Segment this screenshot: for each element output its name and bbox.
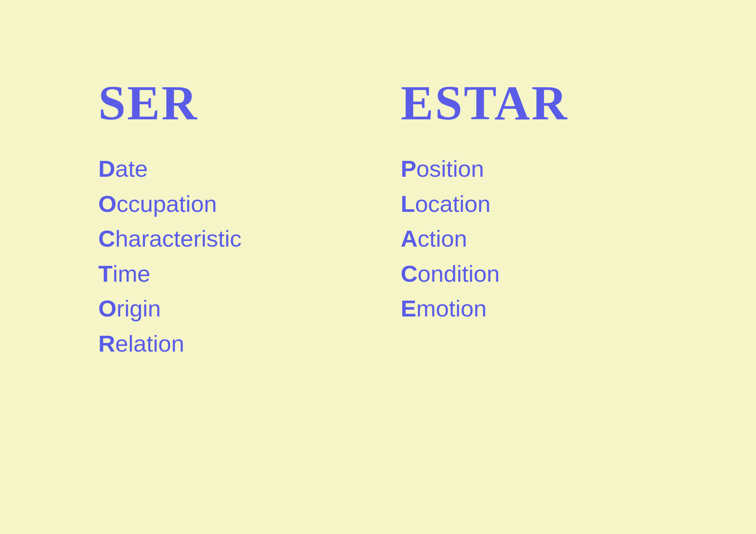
estar-location-rest: ocation [415,191,491,217]
estar-column: ESTAR Position Location Action Condition… [378,59,680,475]
ser-characteristic-rest: haracteristic [115,225,242,252]
ser-time-first-letter: T [98,261,113,287]
ser-item-characteristic: Characteristic [98,224,355,254]
ser-relation-rest: elation [115,330,184,357]
ser-origin-first-letter: O [98,295,116,321]
ser-items-list: Date Occupation Characteristic Time Orig… [98,154,355,359]
estar-item-emotion: Emotion [401,293,658,324]
estar-title: ESTAR [401,74,658,131]
estar-item-action: Action [401,224,658,254]
ser-item-occupation: Occupation [98,189,355,219]
estar-position-rest: osition [416,156,484,182]
ser-item-origin: Origin [98,293,355,324]
ser-characteristic-first-letter: C [98,225,115,252]
estar-action-rest: ction [418,225,467,252]
ser-date-rest: ate [115,156,148,182]
estar-item-position: Position [401,154,658,184]
ser-relation-first-letter: R [98,330,115,357]
ser-column: SER Date Occupation Characteristic Time … [76,59,378,475]
estar-emotion-rest: motion [416,295,486,321]
estar-items-list: Position Location Action Condition Emoti… [401,154,658,324]
estar-condition-rest: ondition [418,261,500,287]
estar-condition-first-letter: C [401,261,418,287]
estar-location-first-letter: L [401,191,415,217]
ser-item-time: Time [98,259,355,289]
estar-item-condition: Condition [401,259,658,289]
main-container: SER Date Occupation Characteristic Time … [76,59,680,475]
estar-emotion-first-letter: E [401,295,416,321]
estar-position-first-letter: P [401,156,416,182]
ser-item-date: Date [98,154,355,184]
ser-item-relation: Relation [98,329,355,359]
ser-occupation-rest: ccupation [116,191,217,217]
ser-time-rest: ime [113,261,150,287]
estar-action-first-letter: A [401,225,418,252]
ser-date-first-letter: D [98,156,115,182]
estar-item-location: Location [401,189,658,219]
ser-occupation-first-letter: O [98,191,116,217]
ser-origin-rest: rigin [116,295,161,321]
ser-title: SER [98,74,355,131]
